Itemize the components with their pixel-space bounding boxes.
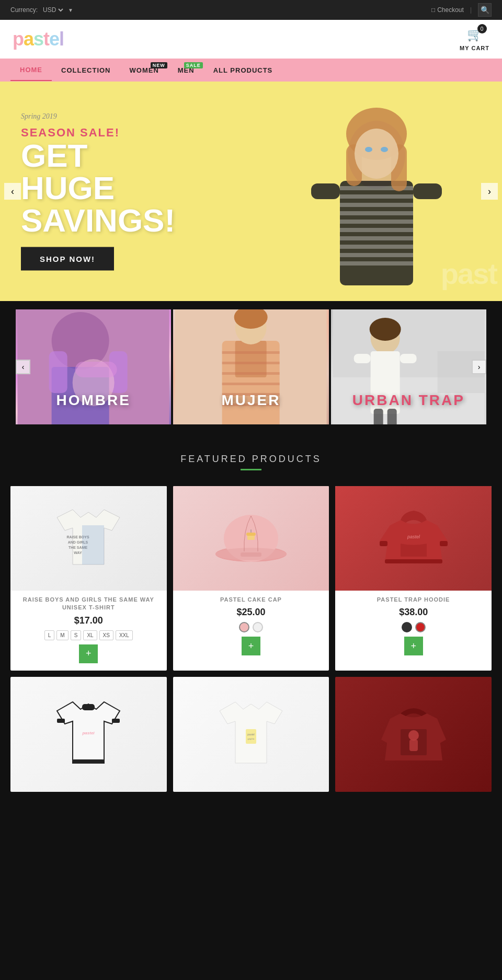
product-name-hoodie: PASTEL TRAP HOODIE bbox=[343, 596, 484, 604]
checkout-link[interactable]: □ Checkout bbox=[431, 6, 464, 14]
hero-prev-button[interactable]: ‹ bbox=[4, 183, 21, 200]
cart-area[interactable]: 🛒 0 MY CART bbox=[460, 27, 489, 51]
nav-collection-label: COLLECTION bbox=[61, 66, 111, 74]
hero-next-button[interactable]: › bbox=[481, 183, 498, 200]
cart-badge: 0 bbox=[477, 24, 487, 33]
ringer-svg: pastel bbox=[52, 693, 125, 776]
svg-rect-74 bbox=[246, 729, 256, 744]
category-grid: HOMBRE bbox=[0, 309, 502, 424]
svg-rect-23 bbox=[49, 351, 67, 393]
add-to-cart-cap[interactable]: + bbox=[242, 637, 260, 655]
category-prev-button[interactable]: ‹ bbox=[16, 360, 30, 374]
category-hombre[interactable]: HOMBRE bbox=[16, 309, 171, 424]
search-button[interactable]: 🔍 bbox=[478, 3, 492, 17]
hero-line1: GET bbox=[21, 140, 175, 172]
nav-all-products-label: ALL PRODUCTS bbox=[213, 66, 273, 74]
size-xxl[interactable]: XXL bbox=[116, 630, 133, 640]
size-xl[interactable]: XL bbox=[83, 630, 97, 640]
hero-cta-label: SHOP NOW! bbox=[40, 255, 95, 263]
product-info-hoodie: PASTEL TRAP HOODIE $38.00 + bbox=[335, 591, 492, 655]
featured-underline bbox=[241, 469, 261, 470]
hero-main-text: GET HUGE SAVINGS! bbox=[21, 140, 175, 237]
svg-rect-6 bbox=[340, 220, 413, 224]
nav-all-products[interactable]: ALL PRODUCTS bbox=[204, 60, 282, 80]
cart-icon-wrap[interactable]: 🛒 0 bbox=[467, 27, 483, 42]
product-card-ringer: pastel bbox=[10, 677, 167, 792]
svg-rect-65 bbox=[440, 541, 448, 546]
logo-a: a bbox=[24, 28, 33, 50]
add-to-cart-hoodie[interactable]: + bbox=[404, 637, 423, 655]
category-next-button[interactable]: › bbox=[472, 360, 486, 374]
category-mujer[interactable]: MUJER bbox=[173, 309, 328, 424]
logo[interactable]: pastel bbox=[13, 28, 64, 50]
size-l[interactable]: L bbox=[44, 630, 55, 640]
product-image-ringer: pastel bbox=[10, 677, 167, 792]
svg-text:graphic: graphic bbox=[247, 737, 254, 740]
svg-rect-7 bbox=[340, 228, 413, 232]
hoodie-svg: pastel bbox=[374, 499, 453, 578]
color-options-hoodie bbox=[343, 622, 484, 632]
product-image-hoodie: pastel bbox=[335, 486, 492, 591]
product-image-cap bbox=[173, 486, 329, 591]
logo-s: s bbox=[33, 28, 43, 50]
size-s[interactable]: S bbox=[71, 630, 82, 640]
hero-line3: SAVINGS! bbox=[21, 204, 175, 237]
svg-point-16 bbox=[365, 147, 372, 152]
svg-rect-5 bbox=[340, 211, 413, 215]
product-info-tshirt: RAISE BOYS AND GIRLS THE SAME WAYUNISEX … bbox=[10, 591, 167, 663]
products-grid: RAISE BOYS AND GIRLS THE SAME WAY RAISE … bbox=[10, 486, 492, 671]
svg-rect-26 bbox=[75, 362, 117, 377]
nav-home-label: HOME bbox=[20, 66, 42, 74]
size-xs[interactable]: XS bbox=[99, 630, 113, 640]
svg-point-17 bbox=[381, 147, 388, 152]
svg-rect-18 bbox=[311, 183, 340, 199]
currency-select[interactable]: USD EUR GBP bbox=[41, 6, 65, 14]
svg-rect-66 bbox=[385, 559, 442, 563]
color-red[interactable] bbox=[415, 622, 426, 632]
product-info-cap: PASTEL CAKE CAP $25.00 + bbox=[173, 591, 329, 655]
svg-rect-64 bbox=[380, 541, 387, 546]
product-card-cap: PASTEL CAKE CAP $25.00 + bbox=[173, 486, 329, 671]
svg-rect-3 bbox=[340, 194, 413, 199]
svg-rect-29 bbox=[235, 341, 267, 377]
svg-text:pastel: pastel bbox=[407, 534, 420, 539]
logo-p: p bbox=[13, 28, 24, 50]
top-bar: Currency: USD EUR GBP ▼ □ Checkout | 🔍 bbox=[0, 0, 502, 20]
header: pastel 🛒 0 MY CART bbox=[0, 20, 502, 59]
svg-rect-33 bbox=[222, 383, 280, 385]
currency-selector-area[interactable]: Currency: USD EUR GBP ▼ bbox=[10, 6, 73, 14]
add-to-cart-tshirt[interactable]: + bbox=[79, 644, 98, 663]
product-image-white-tee: pastel graphic bbox=[173, 677, 329, 792]
nav-women[interactable]: WOMEN NEW bbox=[120, 60, 168, 80]
svg-rect-46 bbox=[400, 354, 416, 363]
svg-rect-70 bbox=[112, 719, 120, 723]
svg-rect-30 bbox=[222, 351, 280, 354]
nav-collection[interactable]: COLLECTION bbox=[52, 60, 120, 80]
size-options-tshirt: L M S XL XS XXL bbox=[18, 630, 159, 640]
product-card-tshirt: RAISE BOYS AND GIRLS THE SAME WAY RAISE … bbox=[10, 486, 167, 671]
nav-home[interactable]: HOME bbox=[10, 60, 52, 81]
nav-men-badge: SALE bbox=[184, 62, 203, 68]
main-nav: HOME COLLECTION WOMEN NEW MEN SALE ALL P… bbox=[0, 59, 502, 82]
svg-rect-79 bbox=[409, 740, 418, 751]
color-white[interactable] bbox=[253, 622, 263, 632]
nav-women-badge: NEW bbox=[151, 62, 167, 68]
chevron-down-icon: ▼ bbox=[68, 7, 73, 13]
svg-rect-8 bbox=[340, 236, 413, 240]
products-grid-bottom: pastel pastel graphic bbox=[10, 677, 492, 792]
svg-text:pastel: pastel bbox=[247, 733, 254, 736]
nav-men[interactable]: MEN SALE bbox=[168, 60, 204, 80]
hero-banner: ‹ Spring 2019 SEASON SALE! GET HUGE SAVI… bbox=[0, 82, 502, 301]
product-name-cap: PASTEL CAKE CAP bbox=[180, 596, 322, 604]
color-options-cap bbox=[180, 622, 322, 632]
featured-title: FEATURED PRODUCTS bbox=[10, 454, 492, 465]
category-urban[interactable]: URBAN TRAP bbox=[331, 309, 486, 424]
hero-shop-now-button[interactable]: SHOP NOW! bbox=[21, 247, 114, 271]
color-pink[interactable] bbox=[239, 622, 249, 632]
cap-svg bbox=[212, 504, 290, 572]
size-m[interactable]: M bbox=[56, 630, 68, 640]
color-black[interactable] bbox=[402, 622, 412, 632]
svg-rect-11 bbox=[340, 261, 413, 266]
product-price-cap: $25.00 bbox=[180, 607, 322, 618]
svg-text:pastel: pastel bbox=[82, 731, 95, 735]
